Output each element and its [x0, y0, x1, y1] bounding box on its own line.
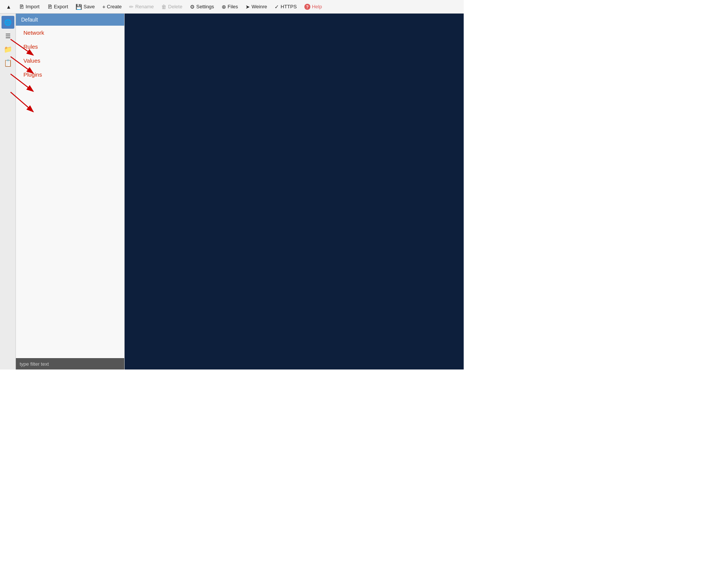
weinre-icon: ➤ — [245, 4, 250, 10]
delete-button[interactable]: 🗑 Delete — [158, 2, 185, 11]
import-button[interactable]: 🖹 Import — [16, 2, 43, 11]
create-button[interactable]: + Create — [99, 2, 125, 11]
main-area: 🌐 ☰ 📁 📋 Default Network Rules Values — [0, 14, 464, 369]
nav-list: Default Network Rules Values Plugins — [16, 14, 124, 358]
nav-item-rules[interactable]: Rules — [16, 40, 124, 54]
nav-filter: type filter text — [16, 358, 124, 369]
nav-item-values[interactable]: Values — [16, 54, 124, 68]
toolbar: ▲ 🖹 Import 🖹 Export 💾 Save + Create ✏ Re… — [0, 0, 464, 14]
export-icon: 🖹 — [47, 4, 52, 10]
nav-group-default[interactable]: Default — [16, 14, 124, 26]
https-icon: ✓ — [275, 4, 279, 10]
export-button[interactable]: 🖹 Export — [44, 2, 71, 11]
globe-icon: 🌐 — [4, 19, 12, 26]
toolbar-collapse[interactable]: ▲ — [3, 2, 14, 11]
settings-icon: ⚙ — [190, 4, 195, 10]
folder-icon: 📁 — [4, 45, 12, 54]
nav-item-network[interactable]: Network — [16, 26, 124, 40]
create-icon: + — [102, 4, 105, 10]
save-icon: 💾 — [76, 4, 82, 10]
files-icon: ⊕ — [222, 4, 226, 10]
files-button[interactable]: ⊕ Files — [219, 2, 241, 11]
clipboard-icon: 📋 — [4, 59, 12, 67]
list-icon: ☰ — [5, 32, 11, 40]
sidebar-icon-list[interactable]: ☰ — [2, 29, 14, 42]
weinre-button[interactable]: ➤ Weinre — [242, 2, 270, 11]
delete-icon: 🗑 — [161, 4, 167, 10]
settings-button[interactable]: ⚙ Settings — [187, 2, 217, 11]
help-button[interactable]: ? Help — [301, 2, 325, 11]
https-button[interactable]: ✓ HTTPS — [271, 2, 300, 11]
icon-sidebar: 🌐 ☰ 📁 📋 — [0, 14, 16, 369]
save-button[interactable]: 💾 Save — [72, 2, 98, 11]
rename-icon: ✏ — [129, 4, 134, 10]
content-area — [125, 14, 464, 369]
sidebar-icon-clipboard[interactable]: 📋 — [2, 57, 14, 69]
rename-button[interactable]: ✏ Rename — [126, 2, 157, 11]
help-icon: ? — [304, 4, 310, 10]
sidebar-icon-globe[interactable]: 🌐 — [2, 16, 14, 29]
collapse-icon: ▲ — [6, 4, 11, 10]
import-icon: 🖹 — [19, 4, 24, 10]
nav-item-plugins[interactable]: Plugins — [16, 68, 124, 82]
sidebar-icon-folder[interactable]: 📁 — [2, 43, 14, 56]
nav-sidebar: Default Network Rules Values Plugins typ… — [16, 14, 125, 369]
